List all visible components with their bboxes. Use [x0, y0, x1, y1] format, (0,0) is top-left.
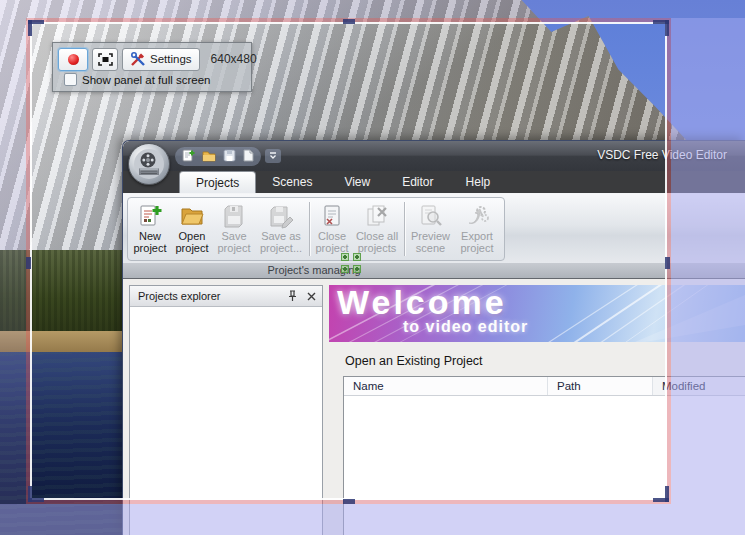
recorder-panel[interactable]: Settings 640x480 Show panel at full scre…	[52, 42, 252, 92]
region-select-icon	[98, 53, 113, 66]
region-handle-top-center[interactable]	[343, 19, 355, 24]
capture-resolution-label: 640x480	[211, 52, 257, 66]
region-handle-left-middle[interactable]	[26, 257, 31, 269]
settings-button[interactable]: Settings	[122, 48, 200, 71]
screen-dim-overlay-top	[0, 0, 745, 18]
screen-dim-overlay-right	[671, 18, 745, 504]
settings-tools-icon	[130, 52, 146, 67]
show-panel-checkbox[interactable]	[64, 73, 77, 86]
screen-dim-overlay-left	[0, 18, 26, 504]
region-move-handle[interactable]	[341, 253, 361, 273]
record-button[interactable]	[58, 48, 88, 71]
region-handle-bottom-center[interactable]	[343, 499, 355, 504]
show-panel-label: Show panel at full screen	[82, 74, 211, 86]
region-handle-top-right[interactable]	[665, 20, 669, 36]
screen-dim-overlay-bottom	[0, 504, 745, 535]
region-handle-bottom-right[interactable]	[665, 486, 669, 502]
region-handle-bottom-left[interactable]	[28, 486, 32, 502]
screen: VSDC Free Video Editor P	[0, 0, 745, 535]
region-handle-top-left[interactable]	[28, 20, 32, 36]
region-handle-right-middle[interactable]	[665, 257, 670, 269]
record-icon	[68, 54, 79, 65]
settings-label: Settings	[150, 53, 192, 65]
region-select-button[interactable]	[92, 48, 118, 71]
